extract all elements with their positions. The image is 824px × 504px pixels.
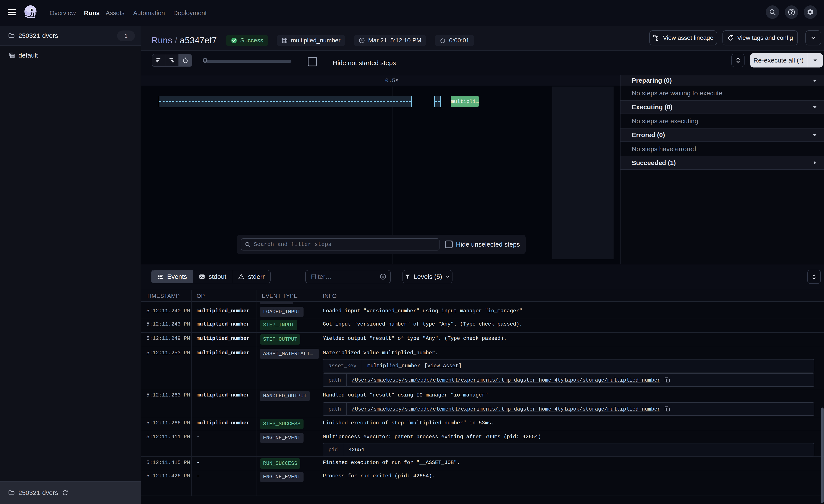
- view-asset-lineage-button[interactable]: View asset lineage: [649, 30, 717, 45]
- start-time-tag: Mar 21, 5:12:10 PM: [354, 35, 426, 46]
- flat-layout-icon: [155, 57, 162, 64]
- tab-stdout[interactable]: stdout: [193, 270, 232, 283]
- scrollbar-thumb[interactable]: [821, 407, 824, 503]
- zoom-slider-track[interactable]: [206, 60, 291, 63]
- table-row[interactable]: 5:12:11.263 PMmultiplied_numberHANDLED_O…: [141, 389, 824, 417]
- hide-not-started-label[interactable]: Hide not started steps: [333, 59, 396, 67]
- path-link[interactable]: /Users/smackesey/stm/code/elementl/exper…: [352, 406, 660, 412]
- cell-op: multiplied_number: [197, 336, 249, 341]
- log-filter-input[interactable]: Filter…: [305, 270, 391, 283]
- tab-stderr[interactable]: stderr: [232, 270, 270, 283]
- zoom-slider-knob[interactable]: [203, 58, 207, 63]
- levels-dropdown[interactable]: Levels (5): [403, 270, 452, 283]
- reload-icon[interactable]: [62, 490, 69, 496]
- reexecute-dropdown-button[interactable]: [807, 53, 823, 68]
- copy-icon[interactable]: [664, 406, 670, 412]
- nav-item-automation[interactable]: Automation: [133, 0, 165, 26]
- column-header-timestamp: TIMESTAMP: [146, 293, 180, 299]
- lineage-icon: [653, 35, 659, 41]
- nav-item-overview[interactable]: Overview: [49, 0, 76, 26]
- table-row[interactable]: 5:12:11.249 PMmultiplied_numberSTEP_OUTP…: [141, 333, 824, 347]
- cell-op: multiplied_number: [197, 350, 249, 356]
- metadata-entry-pid: pid42654: [323, 443, 814, 457]
- tab-events[interactable]: Events: [151, 270, 193, 283]
- table-row[interactable]: 5:12:11.415 PM-RUN_SUCCESSFinished execu…: [141, 457, 824, 470]
- column-divider: [318, 290, 318, 496]
- panel-section-succeeded[interactable]: Succeeded (1): [620, 156, 824, 170]
- caret-down-icon: [812, 57, 818, 63]
- gantt-mode-flat-button[interactable]: [152, 54, 166, 67]
- clear-filter-icon[interactable]: [380, 273, 387, 280]
- panel-section-title: Errored (0): [632, 131, 665, 139]
- gantt-time-axis: 0.5s: [141, 75, 620, 86]
- expand-gantt-button[interactable]: [731, 54, 744, 67]
- view-asset-link[interactable]: View Asset: [427, 363, 458, 369]
- table-row[interactable]: 5:12:11.411 PM-ENGINE_EVENTMultiprocess …: [141, 431, 824, 457]
- hide-unselected-checkbox[interactable]: [445, 241, 453, 248]
- table-row[interactable]: 5:12:11.426 PM-ENGINE_EVENTProcess for r…: [141, 470, 824, 496]
- hide-unselected-label[interactable]: Hide unselected steps: [456, 241, 520, 248]
- panel-section-executing[interactable]: Executing (0): [620, 101, 824, 114]
- cell-info: Multiprocess executor: parent process ex…: [323, 434, 815, 440]
- table-row[interactable]: 5:12:11.266 PMmultiplied_numberSTEP_SUCC…: [141, 417, 824, 431]
- table-row-partial: [141, 302, 824, 305]
- panel-section-preparing[interactable]: Preparing (0): [620, 75, 824, 86]
- table-row[interactable]: 5:12:11.240 PMmultiplied_numberLOADED_IN…: [141, 305, 824, 319]
- cell-op: multiplied_number: [197, 321, 249, 327]
- path-link[interactable]: /Users/smackesey/stm/code/elementl/exper…: [352, 377, 660, 383]
- panel-section-body: No steps are executing: [620, 114, 824, 128]
- hamburger-menu-icon[interactable]: [8, 9, 16, 15]
- cell-timestamp: 5:12:11.426 PM: [146, 473, 190, 479]
- chevron-down-icon: [445, 274, 450, 279]
- view-tags-and-config-button[interactable]: View tags and config: [722, 30, 798, 45]
- sidebar-item-job-default[interactable]: default: [0, 46, 141, 65]
- dagster-logo[interactable]: [22, 3, 41, 23]
- more-actions-button[interactable]: [805, 30, 821, 45]
- chevron-down-icon: [810, 35, 817, 41]
- nav-item-assets[interactable]: Assets: [106, 0, 124, 26]
- column-header-event-type: EVENT TYPE: [262, 293, 298, 299]
- cell-op: -: [197, 473, 200, 479]
- copy-icon[interactable]: [664, 377, 670, 383]
- sidebar-item-code-location[interactable]: 250321-dvers 1: [0, 26, 141, 46]
- asset-tag[interactable]: multiplied_number: [277, 35, 345, 46]
- expand-logs-button[interactable]: [807, 270, 821, 284]
- table-row[interactable]: 5:12:11.243 PMmultiplied_numberSTEP_INPU…: [141, 319, 824, 333]
- panel-section-title: Preparing (0): [632, 77, 672, 84]
- table-row[interactable]: 5:12:11.253 PMmultiplied_numberASSET_MAT…: [141, 347, 824, 389]
- step-search-input[interactable]: Search and filter steps: [241, 238, 439, 250]
- help-button[interactable]: [785, 5, 798, 19]
- hide-not-started-checkbox[interactable]: [308, 57, 317, 67]
- sidebar-footer-row: 250321-dvers: [18, 489, 69, 496]
- log-filter-placeholder: Filter…: [311, 273, 380, 280]
- gantt-mode-waterfall-button[interactable]: [166, 54, 179, 67]
- settings-button[interactable]: [804, 5, 817, 19]
- stopwatch-icon: [439, 37, 446, 44]
- gantt-step-box[interactable]: multipli…: [451, 96, 479, 107]
- event-type-tag: RUN_SUCCESS: [260, 458, 300, 469]
- caret-down-icon: [811, 77, 818, 84]
- panel-section-body: No steps have errored: [620, 142, 824, 156]
- run-id: a5347ef7: [180, 35, 217, 45]
- gantt-mode-timed-button[interactable]: [179, 54, 192, 67]
- metadata-key: path: [323, 374, 346, 386]
- breadcrumb-runs[interactable]: Runs: [151, 35, 172, 45]
- waiting-bar-dash: [159, 101, 411, 102]
- event-type-tag: STEP_OUTPUT: [260, 334, 300, 345]
- nav-item-deployment[interactable]: Deployment: [173, 0, 207, 26]
- panel-section-title: Succeeded (1): [632, 159, 676, 166]
- search-button[interactable]: [766, 5, 779, 19]
- list-icon: [157, 273, 164, 280]
- view-asset-lineage-label: View asset lineage: [663, 34, 713, 41]
- metadata-value: 42654: [343, 444, 369, 456]
- gantt-mode-group: [152, 54, 192, 67]
- cell-timestamp: 5:12:11.240 PM: [146, 308, 190, 314]
- metadata-entry-asset_key: asset_keymultiplied_number[View Asset]: [323, 359, 814, 372]
- sidebar-footer[interactable]: 250321-dvers: [0, 481, 141, 504]
- page-title: Runs/a5347ef7: [151, 35, 217, 45]
- reexecute-all-button[interactable]: Re-execute all (*): [750, 53, 823, 68]
- nav-item-runs[interactable]: Runs: [84, 0, 100, 26]
- metadata-key: path: [323, 403, 346, 415]
- panel-section-errored[interactable]: Errored (0): [620, 128, 824, 142]
- cell-op: -: [197, 460, 200, 466]
